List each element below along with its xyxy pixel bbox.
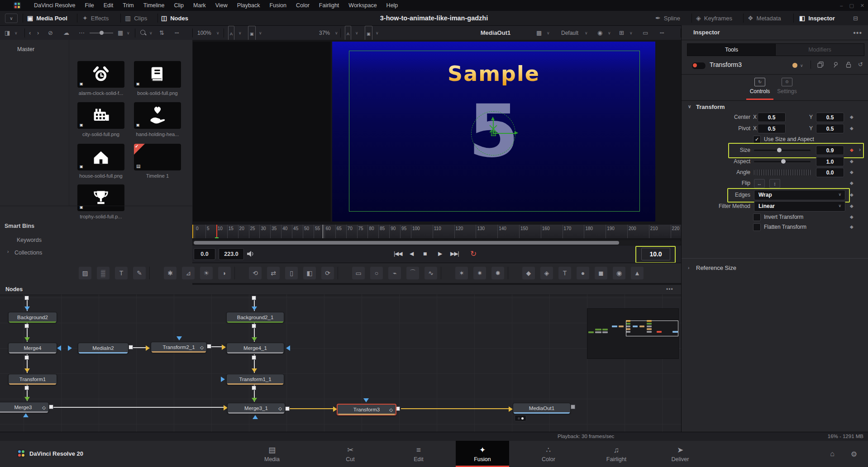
node-port[interactable] [285,406,290,411]
chevron-down-icon[interactable]: ∨ [630,26,633,40]
menu-fairlight[interactable]: Fairlight [319,2,339,9]
range-end-field[interactable]: 223.0 [219,248,244,260]
page-tab-fusion[interactable]: ✦Fusion [456,441,509,467]
viewer-zoom-level[interactable]: 37% [319,26,330,40]
slider-handle[interactable] [100,31,104,35]
value-field-x[interactable]: 0.5 [758,113,786,122]
subtab-settings[interactable]: ⚙Settings [776,78,798,99]
sort-icon[interactable]: ⇅ [159,26,164,40]
page-tab-cut[interactable]: ✂Cut [325,441,375,467]
smart-bin-keywords[interactable]: Keywords [17,237,42,243]
timeline-ruler[interactable]: 0510152025303540455055606570758085909510… [192,225,681,239]
menu-file[interactable]: File [85,2,94,9]
bspline-mask-tool[interactable]: ⌒ [406,267,419,279]
node-port[interactable] [252,355,256,360]
media-zoom-level[interactable]: 100% [197,26,211,40]
minimap-viewport[interactable] [626,321,678,336]
close-icon[interactable]: ✕ [860,3,864,9]
menu-view[interactable]: View [215,2,228,9]
keyframe-diamond-icon[interactable]: ◆ [850,114,854,119]
particle-render-tool[interactable]: ✸ [491,267,504,279]
keyframe-diamond-icon[interactable]: ◆ [850,203,854,208]
speaker-icon[interactable] [247,250,255,259]
annotations-icon[interactable]: A [345,26,351,42]
value-field[interactable]: 1.0 [816,157,844,166]
reference-size-section[interactable]: › Reference Size [682,264,868,274]
unlink-icon[interactable]: ⊘ [48,26,53,40]
text-3d-tool[interactable]: T [558,267,571,279]
node-transform1[interactable]: Transform1 [8,374,57,385]
reset-icon[interactable]: ↺ [858,61,863,68]
node-enable-toggle[interactable] [692,62,706,70]
topbar-button-inspector[interactable]: ◧Inspector [799,11,835,25]
renderer-3d-tool[interactable]: ▲ [631,267,644,279]
grid-view-icon[interactable]: ▦ [118,26,123,40]
minimize-icon[interactable]: – [840,3,843,8]
node-merge4[interactable]: Merge4 [8,343,57,354]
inspector-tab-modifiers[interactable]: Modifiers [775,43,864,56]
node-mediain2[interactable]: MediaIn2 [78,343,129,354]
node-merge3[interactable]: Merge3◇ [0,402,49,413]
graph-minimap[interactable] [587,308,679,359]
maximize-icon[interactable]: ▢ [849,3,854,9]
nodes-options-icon[interactable]: ••• [666,286,673,292]
sphere-3d-tool[interactable]: ● [577,267,589,279]
flip-vertical-button[interactable]: ↕ [769,179,780,188]
play-button[interactable]: ▶ [438,248,442,259]
node-graph[interactable]: Background2Merge4Transform1Merge3◇MediaI… [0,295,681,432]
inspector-options-icon[interactable]: ••• [853,29,862,37]
home-icon[interactable]: ⌂ [830,450,835,458]
chevron-down-icon[interactable]: ∨ [259,26,262,40]
keyframe-diamond-icon[interactable]: ◆ [850,170,854,175]
node-mediaout1[interactable]: MediaOut1 [513,403,571,414]
chevron-down-icon[interactable]: ∨ [800,63,803,68]
slider-handle[interactable] [777,148,782,152]
topbar-button-nodes[interactable]: ◫Nodes [161,11,188,25]
cube-3d-tool[interactable]: ◼ [595,267,607,279]
slider-track[interactable] [754,150,811,151]
channel-select-icon[interactable]: ◉ [597,26,602,40]
value-field-y[interactable]: 0.5 [816,113,844,122]
clip-thumbnail-hand-holding-hea[interactable]: ▣ [134,102,181,129]
chevron-down-icon[interactable]: ∨ [608,26,611,40]
forward-icon[interactable]: › [37,26,39,40]
keyframe-diamond-icon[interactable]: ◆ [850,214,854,219]
paint-tool[interactable]: ✎ [133,267,146,279]
slider-handle[interactable] [781,159,786,164]
topbar-button-keyframes[interactable]: ◈Keyframes [696,11,732,25]
particle-modify-tool[interactable]: ✷ [473,267,486,279]
menu-trim[interactable]: Trim [123,2,134,9]
checkbox-use-size-and-aspect[interactable]: ✓ [753,136,761,143]
frame-view-icon[interactable]: ▭ [643,26,648,40]
left-viewer[interactable] [193,42,331,222]
chevron-down-icon[interactable]: ∨ [238,26,242,40]
value-field-x[interactable]: 0.5 [758,124,786,133]
page-tab-color[interactable]: ∴Color [524,441,573,467]
menu-playback[interactable]: Playback [237,2,260,9]
color-corrector-tool[interactable]: ☀ [200,267,213,279]
node-port[interactable] [49,405,53,409]
lock-icon[interactable] [845,61,852,69]
bin-master[interactable]: Master [17,46,34,52]
node-transform2-1[interactable]: Transform2_1◇ [151,342,207,353]
topbar-button-clips[interactable]: ▥Clips [125,11,147,25]
blur-tool[interactable]: ◗ [218,267,231,279]
goto-last-frame-button[interactable]: ▶▶| [450,248,459,259]
chevron-down-icon[interactable]: ∨ [127,26,130,40]
chevron-right-icon[interactable]: › [7,249,9,254]
current-frame-field[interactable]: 10.0 [641,248,670,260]
keyframe-diamond-icon[interactable]: ◆ [850,180,854,185]
roi-icon[interactable]: ▩ [536,26,542,40]
chevron-down-icon[interactable]: ∨ [547,26,550,40]
transform-center-handle[interactable] [491,131,496,136]
chevron-down-icon[interactable]: ∨ [5,14,18,23]
menu-fusion[interactable]: Fusion [269,2,286,9]
rectangle-mask-tool[interactable]: ▭ [352,267,365,279]
shape-3d-tool[interactable]: ◈ [540,267,553,279]
background-tool[interactable]: ▨ [79,267,91,279]
right-viewer-canvas[interactable]: Sample 5 [332,42,655,222]
ellipse-mask-tool[interactable]: ○ [370,267,383,279]
value-field[interactable]: 0.0 [816,168,844,177]
subtab-controls[interactable]: ↻Controls [749,78,771,99]
image-plane-3d-tool[interactable]: ◆ [522,267,535,279]
